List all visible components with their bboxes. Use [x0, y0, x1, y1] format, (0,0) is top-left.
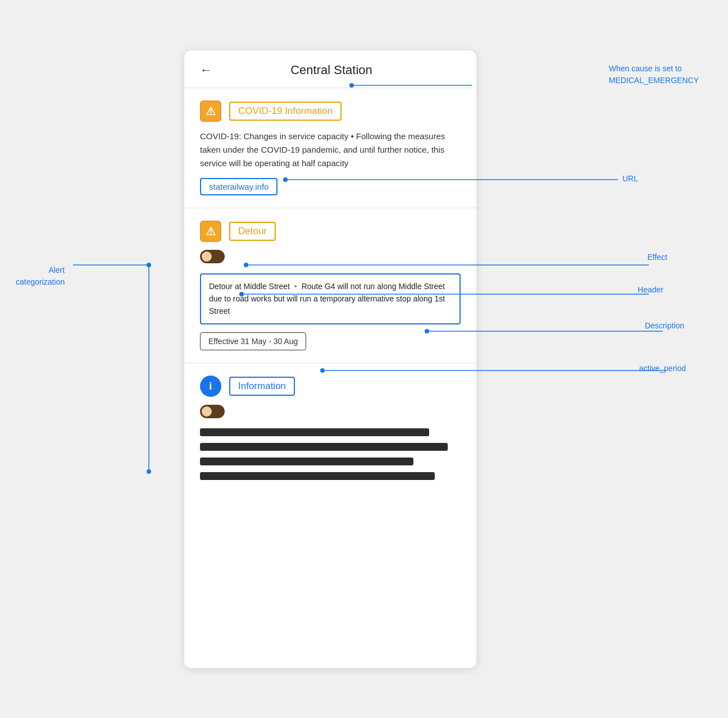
- toggle-switch-2[interactable]: [200, 250, 225, 263]
- alert1-header-row: ⚠ COVID-19 Information: [200, 100, 461, 122]
- phone-header: ← Central Station: [184, 51, 476, 88]
- info-icon-3: i: [200, 376, 221, 397]
- alert-section-info: i Information: [184, 363, 476, 492]
- annotation-description: Description: [645, 321, 684, 330]
- skeleton-line-3: [200, 458, 413, 465]
- page-wrapper: ← Central Station ⚠ COVID-19 Information…: [0, 0, 728, 718]
- phone-card: ← Central Station ⚠ COVID-19 Information…: [184, 51, 476, 668]
- annotation-alert-cat: Alert categorization: [16, 253, 65, 300]
- svg-point-7: [147, 469, 151, 474]
- alert3-header-row: i Information: [200, 376, 461, 397]
- annotation-header: Header: [638, 285, 663, 294]
- alert1-body: COVID-19: Changes in service capacity • …: [200, 130, 461, 170]
- desc-header: Detour at Middle Street: [209, 282, 290, 291]
- skeleton-line-4: [200, 472, 435, 480]
- alert-section-detour: ⚠ Detour Detour at Middle Street • Route…: [184, 208, 476, 363]
- alert2-description-box: Detour at Middle Street • Route G4 will …: [200, 273, 461, 324]
- annotation-when-cause: When cause is set to MEDICAL_EMERGENCY: [609, 63, 699, 86]
- alert3-title-box: Information: [229, 377, 295, 396]
- svg-point-5: [147, 263, 151, 267]
- warning-icon-1: ⚠: [200, 100, 221, 122]
- alert2-period-box: Effective 31 May - 30 Aug: [200, 332, 306, 350]
- skeleton-line-2: [200, 443, 448, 451]
- annotation-active-period: active_period: [639, 364, 686, 373]
- annotation-effect: Effect: [647, 253, 667, 262]
- alert1-title-box: COVID-19 Information: [229, 102, 342, 121]
- alert-section-covid: ⚠ COVID-19 Information COVID-19: Changes…: [184, 88, 476, 208]
- warning-icon-2: ⚠: [200, 221, 221, 242]
- alert1-url[interactable]: staterailway.info: [200, 178, 277, 195]
- alert2-header-row: ⚠ Detour: [200, 221, 461, 242]
- alert2-title-box: Detour: [229, 222, 276, 241]
- annotation-url: URL: [622, 174, 638, 183]
- toggle-switch-3[interactable]: [200, 405, 225, 418]
- back-button[interactable]: ←: [200, 63, 212, 77]
- page-title: Central Station: [222, 63, 440, 77]
- skeleton-line-1: [200, 428, 429, 436]
